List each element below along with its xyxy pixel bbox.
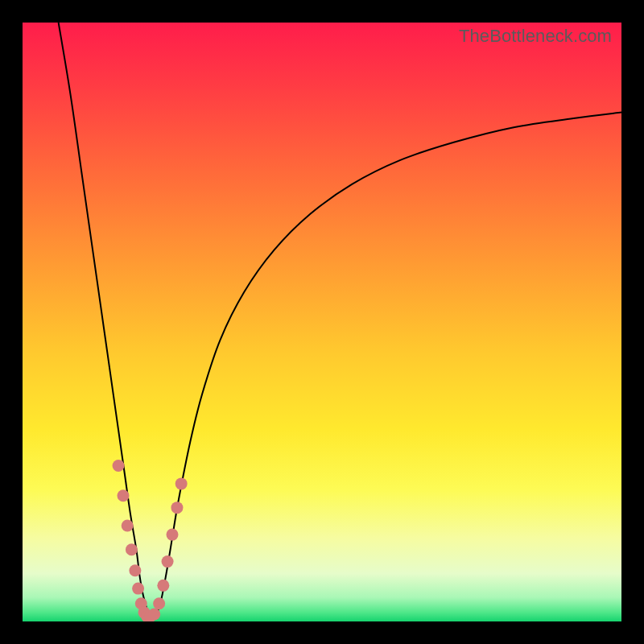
sample-dot (132, 583, 144, 595)
curves-layer (23, 23, 621, 621)
curve-right-branch (155, 113, 621, 619)
curve-left-branch (59, 23, 155, 618)
sample-dot (153, 597, 165, 609)
sample-dot (129, 564, 141, 576)
sample-dot (157, 580, 169, 592)
sample-dot (126, 543, 138, 555)
sample-dots-group (113, 460, 188, 621)
sample-dot (162, 555, 174, 568)
plot-area: TheBottleneck.com (23, 23, 621, 621)
sample-dot (113, 460, 125, 472)
sample-dot (148, 609, 160, 621)
sample-dot (167, 529, 179, 541)
sample-dot (171, 502, 183, 514)
sample-dot (117, 489, 129, 502)
chart-frame: TheBottleneck.com (0, 0, 644, 644)
sample-dot (175, 477, 188, 489)
sample-dot (122, 519, 134, 531)
